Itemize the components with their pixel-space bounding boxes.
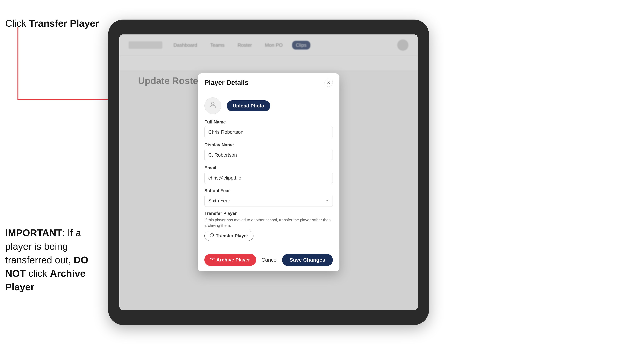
email-input[interactable] [204,172,333,184]
school-year-label: School Year [204,188,333,193]
arrow-graphic [9,27,124,107]
transfer-icon [210,233,214,238]
tablet-device: Dashboard Teams Roster Mon PO Clips Upda… [108,19,429,325]
transfer-player-label: Transfer Player [204,211,333,216]
archive-player-label: Archive Player [216,257,250,263]
archive-icon [210,257,214,263]
email-label: Email [204,165,333,171]
instruction-top-prefix: Click [5,18,29,29]
footer-right-actions: Cancel Save Changes [261,254,333,266]
full-name-input[interactable] [204,126,333,138]
display-name-label: Display Name [204,142,333,148]
school-year-group: School Year First Year Second Year Third… [204,188,333,207]
transfer-player-description: If this player has moved to another scho… [204,217,333,228]
modal-body: Upload Photo Full Name Display Name [198,92,340,250]
cancel-button[interactable]: Cancel [261,257,278,263]
instruction-part4: click [26,268,50,279]
modal-header: Player Details × [198,73,340,92]
transfer-player-section: Transfer Player If this player has moved… [204,211,333,241]
modal-close-button[interactable]: × [324,79,333,87]
instruction-top-highlight: Transfer Player [29,18,99,29]
full-name-group: Full Name [204,119,333,138]
modal-overlay: Player Details × [119,34,418,310]
tablet-screen: Dashboard Teams Roster Mon PO Clips Upda… [119,34,418,310]
upload-photo-button[interactable]: Upload Photo [227,100,270,111]
email-group: Email [204,165,333,184]
display-name-group: Display Name [204,142,333,161]
user-icon [209,101,217,111]
transfer-player-button-label: Transfer Player [216,233,248,238]
instruction-top: Click Transfer Player [5,18,99,29]
transfer-player-button[interactable]: Transfer Player [204,231,254,241]
school-year-select[interactable]: First Year Second Year Third Year Fourth… [204,195,333,207]
modal-title: Player Details [204,79,248,87]
svg-point-3 [212,102,214,105]
instruction-important: IMPORTANT [5,227,62,238]
save-changes-button[interactable]: Save Changes [282,254,333,266]
photo-upload-row: Upload Photo [204,97,333,114]
avatar-placeholder [204,97,221,114]
modal-footer: Archive Player Cancel Save Changes [198,250,340,271]
archive-player-button[interactable]: Archive Player [204,254,256,266]
player-details-modal: Player Details × [198,73,340,271]
full-name-label: Full Name [204,119,333,125]
instruction-bottom: IMPORTANT: If a player is being transfer… [5,226,102,294]
display-name-input[interactable] [204,149,333,161]
